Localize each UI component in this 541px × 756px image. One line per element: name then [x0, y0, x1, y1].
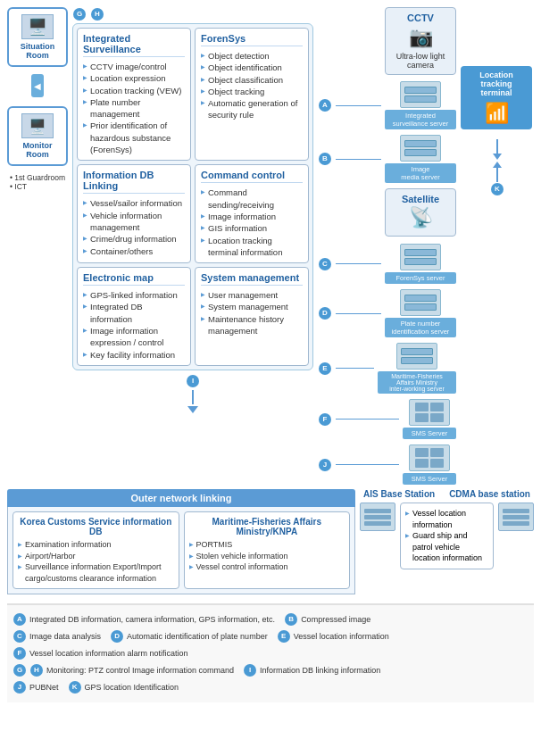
legend-i-text: Information DB linking information [260, 666, 380, 675]
system-management-title: System management [201, 272, 303, 286]
list-item: System management [201, 301, 303, 312]
command-control-box: Command control Command sending/receivin… [195, 164, 309, 263]
guardroom-text: • 1st Guardroom • ICT [10, 173, 65, 191]
list-item: Object identification [201, 62, 303, 73]
center-grid-container: Integrated Surveillance CCTV image/contr… [72, 23, 313, 370]
list-item: Vessel/sailor information [83, 197, 185, 209]
legend-circle-j: J [13, 681, 26, 694]
server-c-label: ForenSys server [385, 272, 456, 284]
right-column: CCTV 📷 Ultra-low light camera A Integrat… [318, 7, 456, 485]
legend-k-text: GPS location Identification [85, 683, 179, 692]
legend-gh-text: Monitoring: PTZ control Image informatio… [46, 666, 234, 675]
list-item: Integrated DB information [83, 301, 185, 325]
situation-room-box: 🖥️ Situation Room [7, 7, 68, 67]
electronic-map-title: Electronic map [83, 272, 185, 286]
legend-circle-c: C [13, 630, 26, 643]
circle-h: H [91, 8, 104, 21]
list-item: Key facility information [83, 349, 185, 361]
legend-e: E Vessel location information [277, 629, 389, 644]
cctv-icon: 📷 [390, 26, 451, 49]
cctv-title: CCTV [390, 12, 451, 23]
vertical-line-i [192, 390, 194, 404]
maritime-title: Maritime-Fisheries Affairs Ministry/KNPA [189, 517, 345, 536]
legend-j-text: PUBNet [29, 683, 59, 692]
forensys-list: Object detection Object identification O… [201, 50, 303, 121]
satellite-box: Satellite 📡 [385, 188, 456, 237]
list-item: Examination information [18, 539, 174, 551]
cctv-label: Ultra-low light camera [390, 52, 451, 70]
nav-arrow-button[interactable]: ◀ [31, 74, 44, 97]
satellite-section: Satellite 📡 [318, 188, 456, 237]
circle-j: J [319, 459, 331, 471]
main-container: 🖥️ Situation Room ◀ 🖥️ Monitor Room • 1s… [0, 0, 541, 710]
forensys-box: ForenSys Object detection Object identif… [195, 28, 309, 161]
location-terminal-box: Location tracking terminal 📶 [461, 66, 532, 129]
legend-circle-e: E [278, 630, 290, 643]
location-terminal-icon: 📶 [465, 102, 528, 125]
cdma-title: CDMA base station [449, 489, 530, 499]
list-item: Surveillance information Export/Import c… [18, 561, 174, 584]
server-f: SMS Server [403, 399, 456, 439]
legend-i: I Information DB linking information [243, 663, 380, 677]
satellite-title: Satellite [390, 194, 451, 204]
legend-k: K GPS location Identification [68, 680, 179, 694]
system-management-list: User management System management Mainte… [201, 289, 303, 336]
outer-network-header: Outer network linking [7, 489, 355, 507]
system-management-box: System management User management System… [195, 267, 309, 366]
list-item: GIS information [201, 222, 303, 234]
circle-k: K [491, 183, 504, 195]
legend-d: D Automatic identification of plate numb… [110, 629, 268, 644]
two-grid: Electronic map GPS-linked information In… [77, 267, 309, 366]
monitor-room-label: Monitor Room [14, 141, 61, 159]
server-e-label: Maritime-FisheriesAffairs Ministryinter-… [378, 371, 456, 394]
legend-b-text: Compressed image [301, 615, 370, 624]
list-item: Vessel location information [405, 508, 488, 530]
server-d-row: D Plate numberidentification server [318, 289, 456, 337]
cdma-icon-block [498, 503, 534, 531]
outer-network-body: Korea Customs Service information DB Exa… [7, 507, 355, 594]
legend-j: J PUBNet [12, 680, 59, 694]
spacer [461, 7, 534, 61]
legend-section: A Integrated DB information, camera info… [7, 603, 534, 702]
korea-customs-list: Examination information Airport/Harbor S… [18, 539, 174, 584]
legend-f-text: Vessel location information alarm notifi… [29, 649, 188, 658]
left-column: 🖥️ Situation Room ◀ 🖥️ Monitor Room • 1s… [7, 7, 68, 485]
outer-network-container: Outer network linking Korea Customs Serv… [7, 489, 355, 594]
electronic-map-list: GPS-linked information Integrated DB inf… [83, 289, 185, 361]
korea-customs-title: Korea Customs Service information DB [18, 517, 174, 536]
list-item: Plate number management [83, 96, 185, 120]
list-item: Object classification [201, 74, 303, 86]
legend-row-2: C Image data analysis D Automatic identi… [12, 629, 529, 644]
server-f-icon [409, 399, 450, 426]
information-db-box: Information DB Linking Vessel/sailor inf… [77, 164, 191, 263]
server-e-icon [396, 343, 437, 370]
legend-e-text: Vessel location information [294, 632, 389, 641]
satellite-icon: 📡 [390, 206, 451, 229]
k-up-arrow [493, 162, 502, 168]
server-c-icon [400, 244, 441, 270]
list-item: PORTMIS [189, 539, 345, 551]
legend-a: A Integrated DB information, camera info… [12, 612, 275, 627]
list-item: User management [201, 289, 303, 301]
server-e: Maritime-FisheriesAffairs Ministryinter-… [378, 343, 456, 394]
server-c-row: C ForenSys server [318, 244, 456, 284]
list-item: Airport/Harbor [18, 551, 174, 562]
legend-circle-f: F [13, 647, 26, 660]
maritime-box: Maritime-Fisheries Affairs Ministry/KNPA… [184, 511, 351, 589]
korea-customs-box: Korea Customs Service information DB Exa… [12, 511, 179, 589]
list-item: Container/others [83, 245, 185, 257]
circle-f: F [319, 413, 331, 426]
legend-row-1: A Integrated DB information, camera info… [12, 612, 529, 627]
legend-f: F Vessel location information alarm noti… [12, 646, 188, 660]
cctv-box: CCTV 📷 Ultra-low light camera [385, 7, 456, 75]
k-v-line2 [496, 168, 498, 182]
circle-g: G [73, 8, 86, 21]
legend-c-text: Image data analysis [29, 632, 101, 641]
server-d-label: Plate numberidentification server [385, 318, 456, 337]
command-control-title: Command control [201, 170, 303, 183]
down-arrow-i [187, 406, 198, 413]
list-item: Automatic generation of security rule [201, 97, 303, 121]
ais-icon-block [360, 503, 395, 531]
list-item: Vehicle information management [83, 210, 185, 234]
circle-i: I [187, 375, 199, 387]
